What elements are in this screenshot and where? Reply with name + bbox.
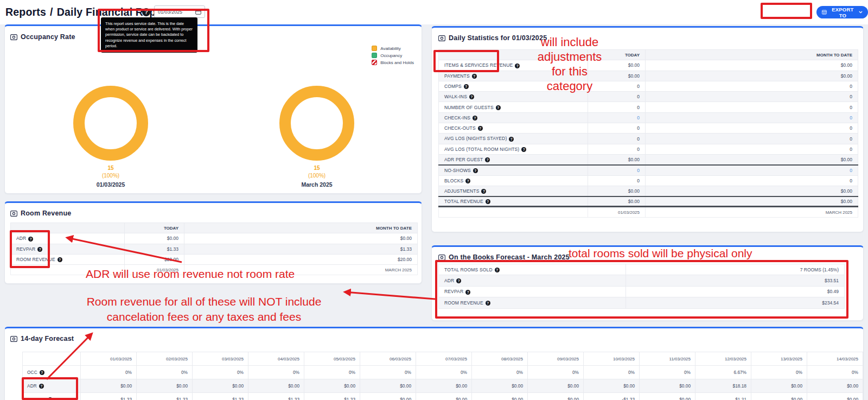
table-row: ADR?$33.51: [439, 275, 845, 286]
arrow-from-otb-box: [345, 292, 435, 299]
cell-value: $0.00: [360, 379, 416, 393]
cell-value: $1.33: [137, 393, 193, 400]
cell-value[interactable]: 0: [646, 165, 858, 175]
help-icon[interactable]: ?: [28, 237, 33, 242]
help-icon[interactable]: ?: [473, 116, 477, 120]
help-icon[interactable]: ?: [456, 278, 461, 283]
cell-value: $0.49: [626, 286, 845, 297]
help-icon[interactable]: ?: [58, 257, 62, 262]
help-icon[interactable]: ?: [39, 384, 44, 389]
cell-value[interactable]: 0: [646, 112, 858, 123]
row-label-text: ADR: [16, 236, 26, 241]
help-icon[interactable]: ?: [40, 370, 44, 375]
on-the-books-table: TOTAL ROOMS SOLD?7 ROOMS (1.45%)ADR?$33.…: [438, 264, 845, 309]
help-icon[interactable]: ?: [521, 147, 526, 152]
cell-value: 0%: [193, 366, 248, 379]
room-revenue-title: Room Revenue: [10, 209, 71, 217]
table-row: REVPAR?$1.33$1.33$1.33$1.33$1.33$0.00$0.…: [23, 393, 863, 400]
column-header-date: 01/03/2025: [81, 352, 137, 366]
cell-value[interactable]: 0: [588, 165, 646, 175]
row-label: TOTAL ROOMS SOLD?: [439, 264, 626, 275]
donut-chart: [73, 86, 148, 161]
export-to-button[interactable]: EXPORT TO: [816, 6, 868, 18]
column-header-date: 08/03/2025: [472, 352, 528, 366]
service-date-input[interactable]: 01/03/2025: [154, 5, 205, 18]
help-icon[interactable]: ?: [515, 64, 520, 68]
breadcrumb-reports[interactable]: Reports: [5, 6, 46, 18]
cell-value[interactable]: 0: [588, 112, 646, 123]
footer-date: [439, 207, 588, 217]
occupancy-donut-day: 15 (100%) 01/03/2025: [73, 86, 148, 188]
occupancy-panel-title-text: Occupancy Rate: [21, 33, 75, 41]
service-date-value: 01/03/2025: [158, 9, 182, 15]
cell-value: $0.00: [193, 379, 248, 393]
cell-value: 0%: [137, 366, 193, 379]
cell-value: 0: [588, 134, 646, 144]
row-label-text: AVG LOS (TOTAL ROOM NIGHTS): [444, 147, 519, 152]
cell-value: $0.00: [528, 393, 584, 400]
table-row: AVG LOS (NIGHTS STAYED)?00: [439, 134, 858, 144]
row-label-text: ADJUSTMENTS: [444, 188, 479, 194]
room-revenue-panel: Room Revenue TODAYMONTH TO DATEADR?$0.00…: [4, 201, 422, 284]
table-row: COMPS?00: [439, 81, 858, 91]
legend-label: Blocks and Holds: [380, 60, 414, 65]
cell-value: 0%: [248, 366, 304, 379]
cell-value: 0: [588, 123, 646, 134]
row-label: REVPAR?: [23, 393, 81, 400]
help-icon[interactable]: ?: [473, 168, 478, 173]
cell-value: $0.00: [416, 379, 472, 393]
help-icon[interactable]: ?: [465, 179, 470, 183]
column-header-date: 05/03/2025: [304, 352, 360, 366]
row-label: ADJUSTMENTS?: [439, 186, 588, 196]
report-help-icon[interactable]: ?: [142, 8, 150, 16]
help-icon[interactable]: ?: [48, 397, 53, 400]
footer-date: MARCH 2025: [184, 265, 418, 275]
occupancy-donut-month: 15 (100%) March 2025: [279, 86, 354, 188]
help-icon[interactable]: ?: [478, 126, 483, 131]
page-title: Daily Financial Report: [57, 6, 170, 18]
row-label: CHECK-OUTS?: [439, 123, 588, 134]
footer-date: [11, 265, 125, 275]
row-label: ROOM REVENUE?: [11, 254, 125, 264]
row-label-text: REVPAR: [27, 397, 46, 400]
availability-swatch-icon: [372, 46, 377, 51]
help-icon[interactable]: ?: [509, 137, 514, 142]
cell-value: $234.54: [626, 297, 845, 308]
help-icon[interactable]: ?: [37, 247, 42, 252]
help-icon[interactable]: ?: [486, 199, 490, 204]
help-icon[interactable]: ?: [472, 74, 477, 79]
cell-value: $0.00: [646, 186, 858, 196]
cell-value: 7 ROOMS (1.45%): [626, 264, 845, 275]
cell-value: 0%: [584, 366, 640, 379]
help-icon[interactable]: ?: [465, 290, 470, 295]
row-label-text: OCC: [27, 370, 37, 375]
cell-value: $1.33: [125, 244, 184, 254]
table-row: NUMBER OF GUESTS?00: [439, 102, 858, 112]
legend-item-availability: Availability: [372, 46, 414, 51]
cell-value: $0.00: [588, 60, 646, 71]
daily-statistics-panel: Daily Statistics for 01/03/2025 TODAYMON…: [431, 26, 864, 232]
help-icon[interactable]: ?: [485, 157, 490, 162]
donut-percent: (100%): [73, 173, 148, 179]
row-label: PAYMENTS?: [439, 71, 588, 81]
cell-value: $1.33: [248, 393, 304, 400]
legend-item-occupancy: Occupancy: [372, 53, 414, 58]
column-header-date: 07/03/2025: [416, 352, 472, 366]
column-header-date: 03/03/2025: [193, 352, 248, 366]
help-icon[interactable]: ?: [486, 301, 490, 306]
column-header: [439, 50, 588, 60]
calendar-icon[interactable]: [195, 9, 201, 15]
help-icon[interactable]: ?: [496, 105, 501, 110]
cell-value: $0.00: [81, 379, 137, 393]
help-icon[interactable]: ?: [495, 268, 500, 272]
cell-value: $1.33: [193, 393, 248, 400]
daily-statistics-table: TODAYMONTH TO DATEITEMS & SERVICES REVEN…: [438, 49, 858, 218]
help-icon[interactable]: ?: [469, 94, 474, 99]
help-icon[interactable]: ?: [481, 189, 486, 194]
help-icon[interactable]: ?: [464, 84, 469, 89]
cell-value: 0: [588, 102, 646, 112]
row-label-text: CHECK-INS: [444, 115, 470, 120]
cell-value: 6.67%: [695, 366, 751, 379]
annotation-cancel-note: Room revenue for all of these will NOT i…: [69, 294, 339, 324]
panel-report-icon: [438, 255, 445, 261]
